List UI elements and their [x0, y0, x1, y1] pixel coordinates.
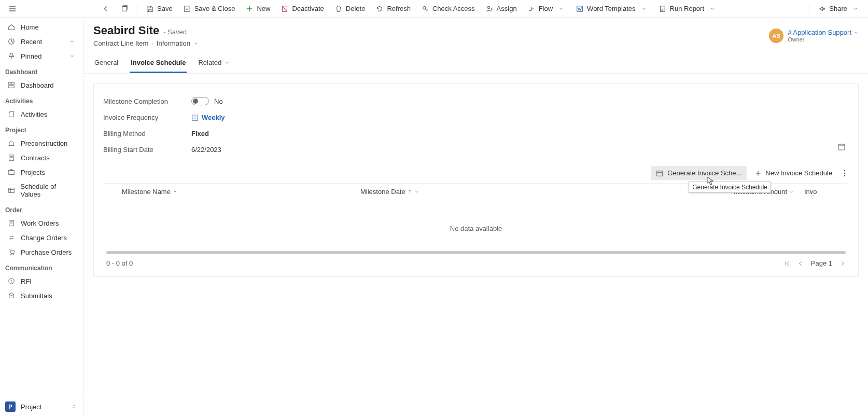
nav-recent-label: Recent [21, 38, 42, 46]
svg-rect-17 [192, 115, 198, 120]
nav-schedule-values-label: Schedule of Values [20, 183, 76, 198]
area-tile: P [5, 401, 16, 412]
word-templates-label: Word Templates [587, 5, 635, 12]
new-label: New [257, 5, 270, 12]
chevron-down-icon [414, 189, 419, 194]
milestone-completion-toggle[interactable] [191, 97, 209, 105]
billing-start-date-value[interactable]: 6/22/2023 [191, 146, 221, 154]
nav-home[interactable]: Home [0, 20, 83, 34]
nav-section-order: Order [0, 201, 83, 216]
schedule-values-icon [7, 186, 15, 195]
nav-pinned[interactable]: Pinned [0, 49, 83, 63]
refresh-icon [375, 5, 384, 13]
nav-recent[interactable]: Recent [0, 34, 83, 49]
new-invoice-schedule-button[interactable]: New Invoice Schedule [750, 166, 837, 180]
column-milestone-name[interactable]: Milestone Name [122, 188, 360, 196]
run-report-button[interactable]: Run Report [654, 3, 721, 15]
open-new-button[interactable] [116, 3, 133, 15]
nav-schedule-values[interactable]: Schedule of Values [0, 179, 83, 201]
purchase-orders-icon [7, 248, 16, 256]
nav-activities[interactable]: Activities [0, 107, 83, 121]
key-icon [421, 5, 429, 13]
assign-button[interactable]: Assign [481, 3, 521, 15]
next-page-button[interactable] [839, 260, 846, 267]
form-name[interactable]: Information [157, 39, 190, 47]
refresh-button[interactable]: Refresh [371, 3, 415, 15]
chevron-down-icon [640, 5, 648, 13]
separator [137, 4, 137, 14]
delete-button[interactable]: Delete [330, 3, 370, 15]
nav-preconstruction-label: Preconstruction [21, 140, 67, 147]
chevron-down-icon [68, 37, 76, 46]
owner-chip[interactable]: AS # Application Support Owner [769, 29, 859, 43]
tab-related[interactable]: Related [197, 54, 231, 73]
nav-preconstruction[interactable]: Preconstruction [0, 136, 83, 150]
subgrid-more-button[interactable] [841, 167, 849, 180]
pin-icon [7, 52, 16, 60]
home-icon [7, 23, 16, 31]
word-templates-button[interactable]: Word Templates [571, 3, 652, 15]
nav-purchase-orders[interactable]: Purchase Orders [0, 245, 83, 259]
contracts-icon [7, 154, 16, 162]
share-button[interactable]: Share [814, 3, 864, 15]
chevron-down-icon [173, 189, 177, 194]
record-title: Seabird Site [93, 24, 159, 37]
nav-submittals[interactable]: Submittals [0, 288, 83, 303]
nav-section-activities: Activities [0, 92, 83, 107]
tab-general[interactable]: General [93, 54, 119, 73]
column-milestone-date[interactable]: Milestone Date [360, 188, 547, 196]
first-page-button[interactable] [784, 260, 790, 267]
save-button[interactable]: Save [142, 3, 177, 15]
deactivate-button[interactable]: Deactivate [276, 3, 328, 15]
breadcrumb: Contract Line Item · Information [93, 39, 199, 47]
refresh-label: Refresh [387, 5, 411, 12]
nav-section-project: Project [0, 121, 83, 136]
nav-work-orders[interactable]: Work Orders [0, 216, 83, 230]
svg-rect-7 [9, 82, 11, 85]
prev-page-button[interactable] [797, 260, 804, 267]
flow-button[interactable]: Flow [523, 3, 569, 15]
owner-name: # Application Support [788, 29, 851, 36]
invoice-frequency-value[interactable]: Weekly [191, 114, 225, 121]
rfi-icon [7, 277, 16, 285]
nav-section-dashboard: Dashboard [0, 63, 83, 78]
flow-icon [527, 5, 536, 13]
owner-role: Owner [788, 36, 859, 43]
share-label: Share [829, 5, 847, 12]
field-invoice-frequency: Invoice Frequency Weekly [103, 109, 849, 126]
new-button[interactable]: New [241, 3, 274, 15]
tab-invoice-schedule[interactable]: Invoice Schedule [130, 54, 187, 73]
generate-label: Generate Invoice Sche... [667, 169, 741, 177]
new-invoice-label: New Invoice Schedule [765, 169, 832, 177]
save-close-button[interactable]: Save & Close [179, 3, 240, 15]
nav-area-switcher[interactable]: P Project [0, 397, 83, 416]
work-orders-icon [7, 219, 16, 227]
trash-icon [334, 5, 343, 13]
nav-purchase-orders-label: Purchase Orders [21, 248, 72, 256]
nav-rfi[interactable]: RFI [0, 274, 83, 288]
record-range: 0 - 0 of 0 [106, 259, 133, 267]
nav-dashboard[interactable]: Dashboard [0, 78, 83, 92]
nav-change-orders[interactable]: Change Orders [0, 230, 83, 245]
nav-dashboard-label: Dashboard [21, 81, 54, 89]
separator [809, 4, 809, 14]
invoice-schedule-grid: Milestone Name Milestone Date Milestone … [103, 183, 849, 267]
save-close-icon [183, 5, 191, 13]
column-invoice[interactable]: Invo [804, 188, 846, 196]
delete-label: Delete [346, 5, 366, 12]
nav-contracts[interactable]: Contracts [0, 150, 83, 165]
chevron-down-icon[interactable] [193, 41, 199, 46]
svg-point-20 [844, 170, 846, 171]
check-access-button[interactable]: Check Access [417, 3, 479, 15]
nav-projects[interactable]: Projects [0, 165, 83, 179]
billing-method-value[interactable]: Fixed [191, 130, 209, 137]
svg-rect-8 [12, 82, 14, 85]
nav-submittals-label: Submittals [21, 292, 52, 300]
hamburger-button[interactable] [4, 3, 21, 15]
more-vertical-icon [844, 170, 846, 177]
generate-invoice-schedule-button[interactable]: Generate Invoice Sche... [651, 166, 747, 180]
assign-label: Assign [497, 5, 517, 12]
calendar-icon[interactable] [837, 143, 846, 151]
plus-icon [245, 5, 254, 13]
back-button[interactable] [97, 3, 114, 15]
